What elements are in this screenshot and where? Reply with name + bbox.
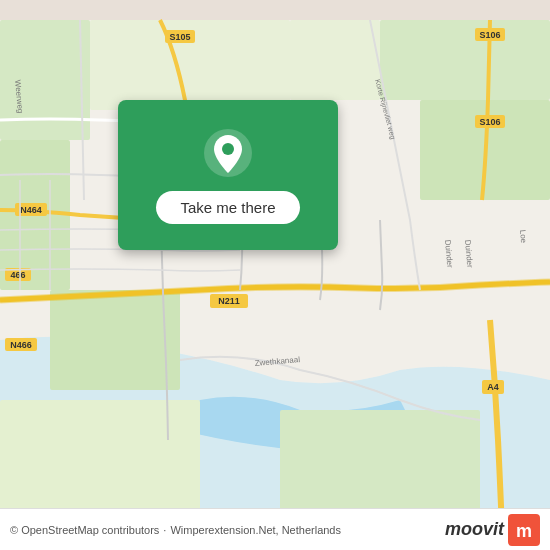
svg-point-33: [222, 143, 234, 155]
moovit-logo: moovit m: [445, 514, 540, 546]
location-card: Take me there: [118, 100, 338, 250]
map-container: N211 S105 S106 S106 N464 466 N466 A4: [0, 0, 550, 550]
moovit-brand-icon: m: [508, 514, 540, 546]
svg-text:A4: A4: [487, 382, 499, 392]
svg-text:N466: N466: [10, 340, 32, 350]
take-me-there-button[interactable]: Take me there: [156, 191, 299, 224]
svg-text:Loe: Loe: [518, 229, 528, 244]
map-background: N211 S105 S106 S106 N464 466 N466 A4: [0, 0, 550, 550]
location-text: Wimperextension.Net, Netherlands: [170, 524, 341, 536]
bottom-info: © OpenStreetMap contributors · Wimperext…: [10, 524, 341, 536]
svg-text:N464: N464: [20, 205, 42, 215]
svg-text:S106: S106: [479, 117, 500, 127]
location-pin-icon: [202, 127, 254, 179]
separator: ·: [163, 524, 166, 536]
svg-rect-3: [380, 20, 550, 100]
svg-rect-5: [50, 290, 180, 390]
svg-text:N211: N211: [218, 296, 240, 306]
bottom-bar: © OpenStreetMap contributors · Wimperext…: [0, 508, 550, 550]
svg-text:S106: S106: [479, 30, 500, 40]
svg-text:S105: S105: [169, 32, 190, 42]
svg-text:466: 466: [10, 270, 25, 280]
svg-text:m: m: [516, 521, 532, 541]
moovit-text: moovit: [445, 519, 504, 540]
copyright-text: © OpenStreetMap contributors: [10, 524, 159, 536]
svg-rect-8: [290, 20, 380, 100]
